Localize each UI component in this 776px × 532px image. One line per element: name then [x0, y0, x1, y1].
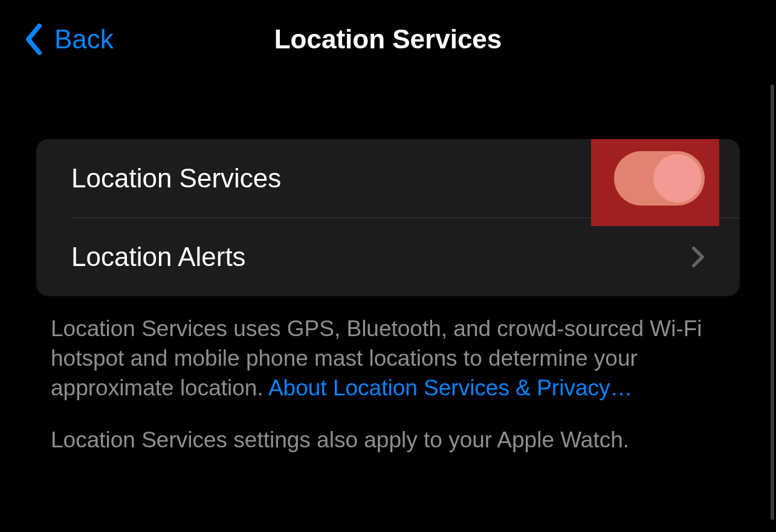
chevron-right-icon [691, 246, 705, 268]
location-services-row[interactable]: Location Services [36, 139, 740, 218]
location-services-label: Location Services [71, 163, 281, 193]
settings-group: Location Services Location Alerts [36, 139, 740, 296]
footer-description: Location Services uses GPS, Bluetooth, a… [51, 314, 725, 403]
header: Back Location Services [0, 0, 776, 60]
content-area: Location Services Location Alerts Locati… [0, 60, 776, 455]
location-alerts-label: Location Alerts [71, 242, 246, 272]
footer-watch-text: Location Services settings also apply to… [51, 426, 725, 455]
back-label: Back [54, 24, 114, 54]
location-alerts-row[interactable]: Location Alerts [36, 218, 740, 296]
location-services-toggle[interactable] [614, 151, 705, 206]
chevron-left-icon [24, 24, 44, 55]
scrollbar[interactable] [771, 85, 774, 520]
page-title: Location Services [0, 24, 776, 54]
toggle-knob [653, 154, 702, 203]
footer-text: Location Services uses GPS, Bluetooth, a… [36, 296, 740, 455]
about-privacy-link[interactable]: About Location Services & Privacy… [268, 375, 633, 400]
back-button[interactable]: Back [24, 24, 114, 55]
